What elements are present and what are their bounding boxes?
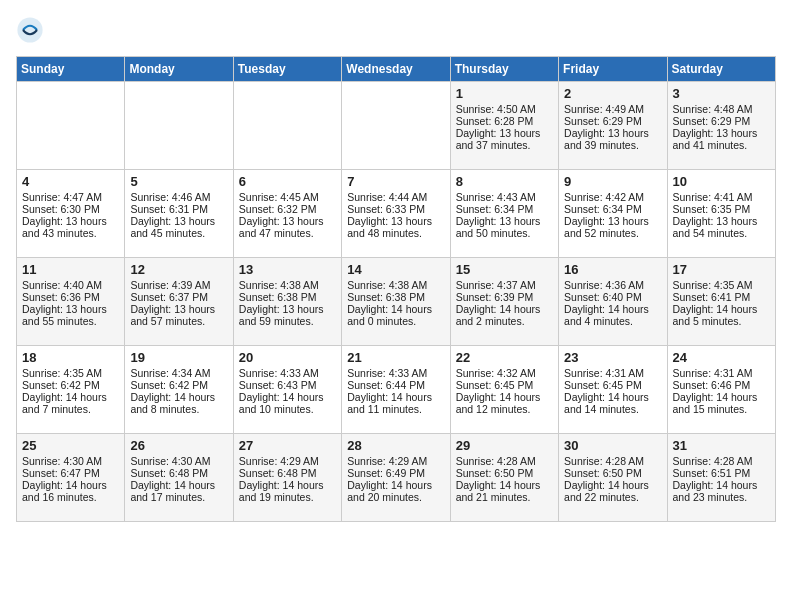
cell-info-line: Sunset: 6:30 PM xyxy=(22,203,119,215)
cell-info-line: Sunset: 6:35 PM xyxy=(673,203,770,215)
cell-info-line: and 23 minutes. xyxy=(673,491,770,503)
calendar-cell: 7Sunrise: 4:44 AMSunset: 6:33 PMDaylight… xyxy=(342,170,450,258)
cell-info-line: Sunset: 6:47 PM xyxy=(22,467,119,479)
cell-info-line: and 39 minutes. xyxy=(564,139,661,151)
cell-info-line: Sunset: 6:40 PM xyxy=(564,291,661,303)
cell-info-line: Sunset: 6:38 PM xyxy=(347,291,444,303)
cell-info-line: Sunset: 6:43 PM xyxy=(239,379,336,391)
cell-info-line: Sunset: 6:50 PM xyxy=(564,467,661,479)
cell-info-line: Sunset: 6:42 PM xyxy=(130,379,227,391)
cell-info-line: Daylight: 13 hours xyxy=(239,215,336,227)
cell-info-line: Daylight: 13 hours xyxy=(130,303,227,315)
calendar-cell: 28Sunrise: 4:29 AMSunset: 6:49 PMDayligh… xyxy=(342,434,450,522)
day-number: 25 xyxy=(22,438,119,453)
logo xyxy=(16,16,48,44)
cell-info-line: Daylight: 14 hours xyxy=(564,391,661,403)
weekday-header-sunday: Sunday xyxy=(17,57,125,82)
cell-info-line: Sunset: 6:39 PM xyxy=(456,291,553,303)
cell-info-line: Sunrise: 4:32 AM xyxy=(456,367,553,379)
calendar-cell: 1Sunrise: 4:50 AMSunset: 6:28 PMDaylight… xyxy=(450,82,558,170)
cell-info-line: Daylight: 14 hours xyxy=(673,391,770,403)
day-number: 19 xyxy=(130,350,227,365)
day-number: 6 xyxy=(239,174,336,189)
cell-info-line: Daylight: 14 hours xyxy=(130,479,227,491)
calendar-cell: 4Sunrise: 4:47 AMSunset: 6:30 PMDaylight… xyxy=(17,170,125,258)
cell-info-line: Sunrise: 4:33 AM xyxy=(347,367,444,379)
cell-info-line: Sunrise: 4:50 AM xyxy=(456,103,553,115)
cell-info-line: Daylight: 13 hours xyxy=(130,215,227,227)
cell-info-line: Sunset: 6:41 PM xyxy=(673,291,770,303)
weekday-header-thursday: Thursday xyxy=(450,57,558,82)
calendar-header: SundayMondayTuesdayWednesdayThursdayFrid… xyxy=(17,57,776,82)
cell-info-line: and 22 minutes. xyxy=(564,491,661,503)
cell-info-line: Sunset: 6:34 PM xyxy=(564,203,661,215)
cell-info-line: Sunrise: 4:29 AM xyxy=(239,455,336,467)
weekday-header-tuesday: Tuesday xyxy=(233,57,341,82)
cell-info-line: Sunset: 6:29 PM xyxy=(673,115,770,127)
cell-info-line: Sunset: 6:31 PM xyxy=(130,203,227,215)
cell-info-line: Sunrise: 4:36 AM xyxy=(564,279,661,291)
cell-info-line: Daylight: 13 hours xyxy=(239,303,336,315)
cell-info-line: Sunrise: 4:46 AM xyxy=(130,191,227,203)
cell-info-line: Sunrise: 4:31 AM xyxy=(564,367,661,379)
cell-info-line: Sunset: 6:33 PM xyxy=(347,203,444,215)
cell-info-line: and 52 minutes. xyxy=(564,227,661,239)
cell-info-line: Sunrise: 4:28 AM xyxy=(673,455,770,467)
calendar-cell: 29Sunrise: 4:28 AMSunset: 6:50 PMDayligh… xyxy=(450,434,558,522)
cell-info-line: Sunrise: 4:38 AM xyxy=(347,279,444,291)
cell-info-line: and 12 minutes. xyxy=(456,403,553,415)
cell-info-line: and 10 minutes. xyxy=(239,403,336,415)
calendar-cell: 6Sunrise: 4:45 AMSunset: 6:32 PMDaylight… xyxy=(233,170,341,258)
calendar-cell: 30Sunrise: 4:28 AMSunset: 6:50 PMDayligh… xyxy=(559,434,667,522)
cell-info-line: and 47 minutes. xyxy=(239,227,336,239)
cell-info-line: Sunrise: 4:38 AM xyxy=(239,279,336,291)
calendar-cell: 21Sunrise: 4:33 AMSunset: 6:44 PMDayligh… xyxy=(342,346,450,434)
cell-info-line: Sunset: 6:45 PM xyxy=(456,379,553,391)
cell-info-line: Sunrise: 4:49 AM xyxy=(564,103,661,115)
day-number: 21 xyxy=(347,350,444,365)
weekday-header-row: SundayMondayTuesdayWednesdayThursdayFrid… xyxy=(17,57,776,82)
weekday-header-saturday: Saturday xyxy=(667,57,775,82)
cell-info-line: Sunrise: 4:34 AM xyxy=(130,367,227,379)
weekday-header-wednesday: Wednesday xyxy=(342,57,450,82)
cell-info-line: Daylight: 13 hours xyxy=(673,127,770,139)
cell-info-line: and 54 minutes. xyxy=(673,227,770,239)
logo-icon xyxy=(16,16,44,44)
calendar-cell: 13Sunrise: 4:38 AMSunset: 6:38 PMDayligh… xyxy=(233,258,341,346)
cell-info-line: Daylight: 14 hours xyxy=(456,479,553,491)
calendar-cell: 19Sunrise: 4:34 AMSunset: 6:42 PMDayligh… xyxy=(125,346,233,434)
calendar-cell xyxy=(125,82,233,170)
calendar-cell: 2Sunrise: 4:49 AMSunset: 6:29 PMDaylight… xyxy=(559,82,667,170)
cell-info-line: Daylight: 13 hours xyxy=(564,215,661,227)
cell-info-line: Sunrise: 4:35 AM xyxy=(673,279,770,291)
calendar-cell: 27Sunrise: 4:29 AMSunset: 6:48 PMDayligh… xyxy=(233,434,341,522)
cell-info-line: and 17 minutes. xyxy=(130,491,227,503)
cell-info-line: Daylight: 13 hours xyxy=(564,127,661,139)
cell-info-line: Daylight: 13 hours xyxy=(456,215,553,227)
day-number: 16 xyxy=(564,262,661,277)
cell-info-line: and 21 minutes. xyxy=(456,491,553,503)
calendar-cell: 26Sunrise: 4:30 AMSunset: 6:48 PMDayligh… xyxy=(125,434,233,522)
cell-info-line: Sunrise: 4:40 AM xyxy=(22,279,119,291)
day-number: 4 xyxy=(22,174,119,189)
cell-info-line: Daylight: 14 hours xyxy=(347,479,444,491)
cell-info-line: Daylight: 14 hours xyxy=(673,303,770,315)
cell-info-line: Sunrise: 4:39 AM xyxy=(130,279,227,291)
cell-info-line: Daylight: 14 hours xyxy=(347,391,444,403)
cell-info-line: Sunrise: 4:33 AM xyxy=(239,367,336,379)
cell-info-line: Daylight: 13 hours xyxy=(673,215,770,227)
day-number: 31 xyxy=(673,438,770,453)
day-number: 24 xyxy=(673,350,770,365)
day-number: 1 xyxy=(456,86,553,101)
day-number: 23 xyxy=(564,350,661,365)
day-number: 11 xyxy=(22,262,119,277)
cell-info-line: and 50 minutes. xyxy=(456,227,553,239)
day-number: 2 xyxy=(564,86,661,101)
weekday-header-friday: Friday xyxy=(559,57,667,82)
calendar-cell: 22Sunrise: 4:32 AMSunset: 6:45 PMDayligh… xyxy=(450,346,558,434)
cell-info-line: Sunrise: 4:37 AM xyxy=(456,279,553,291)
calendar-cell xyxy=(17,82,125,170)
day-number: 18 xyxy=(22,350,119,365)
cell-info-line: Sunrise: 4:48 AM xyxy=(673,103,770,115)
weekday-header-monday: Monday xyxy=(125,57,233,82)
